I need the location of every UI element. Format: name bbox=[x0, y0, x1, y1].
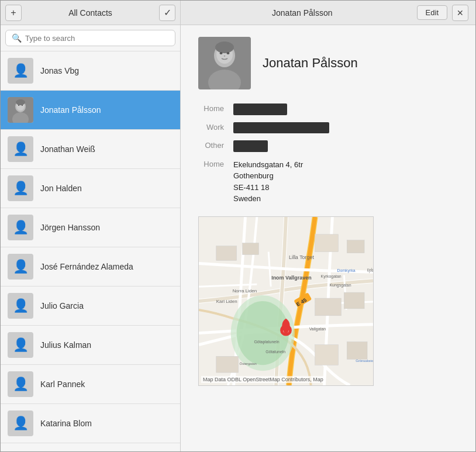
search-bar: 🔍 bbox=[1, 25, 180, 51]
svg-text:Domkyrka: Domkyrka bbox=[337, 268, 355, 273]
contact-header: Jonatan Pålsson bbox=[198, 37, 458, 89]
svg-point-13 bbox=[227, 52, 230, 54]
svg-text:Kyrkogatan: Kyrkogatan bbox=[321, 274, 342, 279]
svg-rect-22 bbox=[344, 292, 364, 309]
avatar: 👤 bbox=[8, 215, 33, 240]
contact-name-label: José Fernández Alameda bbox=[40, 262, 133, 271]
svg-text:Karl Liden: Karl Liden bbox=[216, 298, 237, 303]
contacts-list: 👤Jonas Vbg Jonatan Pålsson👤Jonathan Weiß… bbox=[1, 51, 180, 451]
svg-text:Östergatan: Östergatan bbox=[240, 362, 257, 365]
map-container[interactable]: Lilla Torget Kyrko Inom Vallgraven Norra… bbox=[198, 216, 374, 386]
svg-text:Vallgatan: Vallgatan bbox=[309, 326, 326, 331]
svg-rect-21 bbox=[315, 298, 342, 316]
main-content: 🔍 👤Jonas Vbg Jonatan Pålsson👤Jonathan We… bbox=[1, 25, 475, 451]
list-item[interactable]: 👤Julius Kalman bbox=[1, 326, 180, 365]
header-left: + All Contacts ✓ bbox=[1, 1, 181, 25]
svg-text:Grönsakstore: Grönsakstore bbox=[356, 359, 373, 363]
person-icon: 👤 bbox=[13, 63, 29, 78]
svg-text:Lilla Torget: Lilla Torget bbox=[289, 254, 315, 260]
avatar: 👤 bbox=[8, 332, 33, 358]
contact-name-label: Jörgen Hansson bbox=[40, 223, 100, 232]
svg-rect-17 bbox=[216, 246, 237, 260]
avatar: 👤 bbox=[8, 371, 33, 397]
avatar: 👤 bbox=[8, 254, 33, 280]
contact-name-label: Karl Pannek bbox=[40, 379, 85, 389]
info-table: Home••••••••••••••Work••••••••••••••••••… bbox=[198, 103, 458, 205]
list-item[interactable]: 👤José Fernández Alameda bbox=[1, 247, 180, 287]
list-item[interactable]: 👤Jörgen Hansson bbox=[1, 208, 180, 247]
svg-text:Kyrko: Kyrko bbox=[367, 267, 373, 273]
search-wrapper[interactable]: 🔍 bbox=[5, 30, 175, 46]
contact-name-label: Jonas Vbg bbox=[40, 66, 79, 75]
svg-text:Götatuneln: Götatuneln bbox=[265, 350, 285, 354]
map-credit: Map Data ODBL OpenStreetMap Contributors… bbox=[201, 376, 325, 383]
field-label: Other bbox=[198, 140, 233, 150]
svg-rect-19 bbox=[315, 234, 339, 251]
svg-text:Kungsgatan: Kungsgatan bbox=[329, 283, 351, 288]
list-title: All Contacts bbox=[26, 8, 154, 18]
add-contact-button[interactable]: + bbox=[5, 5, 22, 21]
svg-point-11 bbox=[215, 42, 234, 53]
info-row: Other••••••••• bbox=[198, 140, 458, 152]
app-window: + All Contacts ✓ Jonatan Pålsson Edit ✕ … bbox=[0, 0, 476, 452]
list-item[interactable]: 👤Jonathan Weiß bbox=[1, 130, 180, 169]
svg-point-5 bbox=[18, 105, 19, 106]
contact-full-name: Jonatan Pålsson bbox=[263, 56, 358, 71]
field-label: Home bbox=[198, 103, 233, 113]
list-item[interactable]: 👤Jon Halden bbox=[1, 169, 180, 208]
svg-text:Götaplatuneln: Götaplatuneln bbox=[254, 340, 279, 344]
list-item[interactable]: 👤Jonas Vbg bbox=[1, 51, 180, 91]
svg-point-12 bbox=[220, 52, 223, 54]
contact-name-label: Jonathan Weiß bbox=[40, 144, 95, 154]
left-panel: 🔍 👤Jonas Vbg Jonatan Pålsson👤Jonathan We… bbox=[1, 25, 181, 451]
info-row: Home•••••••••••••• bbox=[198, 103, 458, 115]
svg-text:Inom Vallgraven: Inom Vallgraven bbox=[271, 275, 311, 281]
person-icon: 👤 bbox=[13, 298, 29, 313]
search-input[interactable] bbox=[25, 34, 169, 43]
avatar: 👤 bbox=[8, 136, 33, 162]
header-right: Jonatan Pålsson Edit ✕ bbox=[181, 1, 475, 25]
close-button[interactable]: ✕ bbox=[452, 5, 468, 21]
field-value: ••••••••• bbox=[233, 140, 268, 152]
header: + All Contacts ✓ Jonatan Pålsson Edit ✕ bbox=[1, 1, 475, 25]
field-value: Ekelundsgatan 4, 6tr Gothenburg SE-411 1… bbox=[233, 159, 303, 205]
field-label: Home bbox=[198, 159, 233, 168]
avatar: 👤 bbox=[8, 410, 33, 436]
list-item[interactable]: Jonatan Pålsson bbox=[1, 91, 180, 130]
list-item[interactable]: 👤Karl Pannek bbox=[1, 365, 180, 404]
avatar: 👤 bbox=[8, 175, 33, 201]
contact-name-label: Julius Kalman bbox=[40, 340, 91, 350]
info-row: HomeEkelundsgatan 4, 6tr Gothenburg SE-4… bbox=[198, 159, 458, 205]
person-icon: 👤 bbox=[13, 142, 29, 157]
contact-photo bbox=[198, 37, 251, 89]
svg-rect-25 bbox=[347, 341, 367, 359]
field-value: ••••••••••••••••••••••••• bbox=[233, 122, 329, 134]
field-value: •••••••••••••• bbox=[233, 103, 287, 115]
contact-name-label: Julio Garcia bbox=[40, 301, 84, 310]
edit-button[interactable]: Edit bbox=[417, 5, 447, 20]
svg-rect-24 bbox=[315, 344, 339, 365]
list-item[interactable]: 👤Julio Garcia bbox=[1, 287, 180, 326]
search-icon: 🔍 bbox=[12, 33, 22, 43]
confirm-button[interactable]: ✓ bbox=[159, 5, 175, 21]
list-item[interactable]: 👤Katarina Blom bbox=[1, 404, 180, 443]
detail-header-name: Jonatan Pålsson bbox=[188, 8, 417, 18]
person-icon: 👤 bbox=[13, 337, 29, 353]
svg-rect-18 bbox=[243, 243, 259, 254]
contact-name-label: Katarina Blom bbox=[40, 419, 92, 428]
right-panel: Jonatan Pålsson Home••••••••••••••Work••… bbox=[181, 25, 475, 451]
svg-point-6 bbox=[22, 105, 23, 106]
contact-name-label: Jon Halden bbox=[40, 184, 82, 193]
field-label: Work bbox=[198, 122, 233, 132]
avatar: 👤 bbox=[8, 293, 33, 319]
avatar: 👤 bbox=[8, 58, 33, 84]
person-icon: 👤 bbox=[13, 259, 29, 274]
map-svg: Lilla Torget Kyrko Inom Vallgraven Norra… bbox=[199, 217, 373, 385]
avatar bbox=[8, 97, 33, 123]
svg-text:Norra Liden: Norra Liden bbox=[233, 288, 257, 294]
person-icon: 👤 bbox=[13, 377, 29, 392]
svg-rect-23 bbox=[216, 356, 239, 372]
person-icon: 👤 bbox=[13, 220, 29, 235]
person-icon: 👤 bbox=[13, 181, 29, 196]
svg-rect-20 bbox=[347, 240, 364, 253]
